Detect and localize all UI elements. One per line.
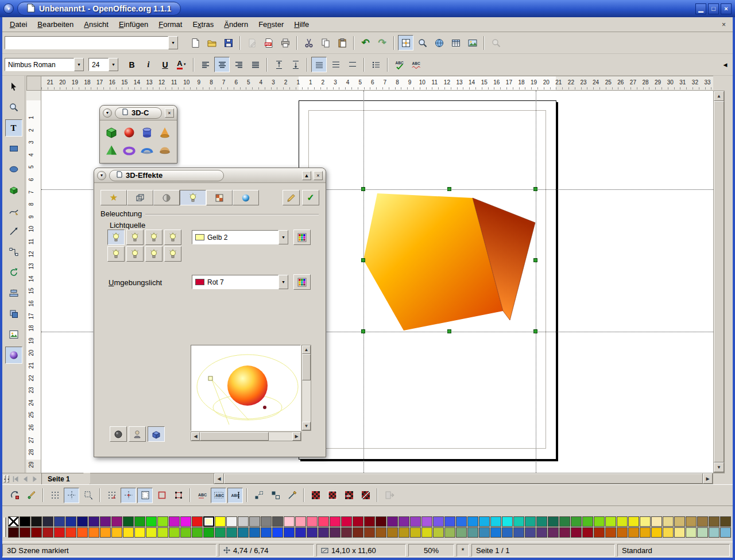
light-source-8-button[interactable] bbox=[164, 246, 181, 262]
search-button[interactable] bbox=[488, 35, 504, 50]
color-swatch[interactable] bbox=[307, 516, 318, 527]
edit-file-button[interactable] bbox=[244, 35, 260, 50]
color-swatch[interactable] bbox=[123, 516, 134, 527]
helplines-while-moving-button[interactable] bbox=[80, 488, 96, 503]
light-source-7-button[interactable] bbox=[145, 246, 163, 262]
scrollbar-thumb[interactable] bbox=[714, 101, 724, 462]
objects-3d-button[interactable] bbox=[5, 181, 22, 199]
snap-to-page-margins-button[interactable] bbox=[137, 488, 153, 503]
color-swatch[interactable] bbox=[686, 516, 697, 527]
color-swatch[interactable] bbox=[353, 527, 363, 538]
lines-arrows-button[interactable] bbox=[5, 223, 22, 240]
color-swatch[interactable] bbox=[364, 516, 375, 527]
light-source-6-button[interactable] bbox=[126, 246, 144, 262]
color-swatch[interactable] bbox=[20, 527, 30, 538]
color-swatch[interactable] bbox=[249, 516, 260, 527]
color-swatch[interactable] bbox=[410, 527, 421, 538]
scroll-down-button[interactable]: ▼ bbox=[714, 462, 724, 472]
close-document-button[interactable]: × bbox=[717, 21, 730, 29]
save-button[interactable] bbox=[220, 35, 236, 50]
color-swatch[interactable] bbox=[456, 527, 467, 538]
ambient-color-input[interactable]: Rot 7 bbox=[192, 275, 278, 289]
favorites-button[interactable]: ★ bbox=[100, 190, 127, 205]
pyramid-3d-button[interactable] bbox=[102, 141, 120, 159]
light-source-4-button[interactable] bbox=[164, 230, 181, 245]
color-swatch[interactable] bbox=[709, 527, 719, 538]
spacing-up-button[interactable] bbox=[271, 57, 287, 72]
selection-handle[interactable] bbox=[533, 187, 537, 191]
color-swatch[interactable] bbox=[571, 527, 582, 538]
text-placeholder-button[interactable]: ab bbox=[341, 488, 357, 503]
color-swatch[interactable] bbox=[502, 516, 513, 527]
color-swatch[interactable] bbox=[31, 527, 42, 538]
dialog-menu-button[interactable]: ▼ bbox=[97, 171, 106, 180]
scroll-up-button[interactable]: ▲ bbox=[302, 345, 311, 354]
assign-button[interactable]: ✓ bbox=[302, 190, 319, 205]
align-left-button[interactable] bbox=[198, 57, 213, 72]
new-document-button[interactable] bbox=[187, 35, 203, 50]
color-swatch[interactable] bbox=[169, 527, 180, 538]
toolbar-back-button[interactable]: ◀ bbox=[720, 57, 730, 72]
color-swatch[interactable] bbox=[444, 527, 455, 538]
color-swatch[interactable] bbox=[169, 516, 180, 527]
color-swatch[interactable] bbox=[399, 516, 409, 527]
edit-gluepoints-button[interactable] bbox=[24, 488, 39, 503]
zoom-tool-button[interactable] bbox=[5, 99, 22, 116]
cut-button[interactable] bbox=[301, 35, 316, 50]
material-button[interactable] bbox=[233, 190, 259, 205]
font-size-dropdown-button[interactable]: ▼ bbox=[109, 58, 118, 71]
layer-button[interactable]: ▪ bbox=[7, 475, 9, 483]
snap-to-grid-button[interactable] bbox=[104, 488, 119, 503]
color-swatch[interactable] bbox=[490, 527, 501, 538]
color-swatch[interactable] bbox=[20, 516, 30, 527]
ambient-color-dropdown-button[interactable]: ▼ bbox=[278, 275, 288, 289]
color-swatch[interactable] bbox=[433, 527, 444, 538]
color-swatch[interactable] bbox=[697, 527, 708, 538]
selection-handle[interactable] bbox=[533, 329, 537, 333]
color-swatch[interactable] bbox=[686, 527, 697, 538]
color-swatch[interactable] bbox=[261, 516, 272, 527]
color-swatch[interactable] bbox=[295, 527, 306, 538]
color-swatch[interactable] bbox=[272, 516, 283, 527]
select-text-area-button[interactable]: ABC bbox=[211, 488, 226, 503]
color-swatch[interactable] bbox=[238, 516, 249, 527]
color-swatch[interactable] bbox=[548, 516, 559, 527]
color-swatch[interactable] bbox=[605, 527, 616, 538]
color-swatch[interactable] bbox=[399, 527, 409, 538]
contour-placeholder-button[interactable] bbox=[324, 488, 340, 503]
scrollbar-thumb[interactable] bbox=[302, 354, 311, 380]
color-swatch[interactable] bbox=[111, 516, 122, 527]
scrollbar-track[interactable] bbox=[302, 380, 311, 422]
vertical-scrollbar[interactable]: ▲ ▼ bbox=[713, 91, 725, 473]
hyperlink-button[interactable] bbox=[431, 35, 447, 50]
alignment-button[interactable] bbox=[5, 285, 22, 302]
rollup-button[interactable]: ▲ bbox=[302, 171, 311, 180]
font-color-button[interactable]: A▼ bbox=[174, 57, 189, 72]
color-swatch[interactable] bbox=[628, 516, 639, 527]
text-button[interactable]: T bbox=[5, 119, 22, 137]
color-swatch[interactable] bbox=[42, 516, 53, 527]
cube-3d-button[interactable] bbox=[102, 123, 120, 141]
color-swatch[interactable] bbox=[525, 516, 536, 527]
undo-button[interactable]: ↶ bbox=[358, 35, 373, 50]
underline-button[interactable]: U bbox=[157, 57, 173, 72]
scroll-left-button[interactable]: ◀ bbox=[191, 432, 200, 441]
controller-3d-button[interactable] bbox=[5, 347, 22, 364]
scroll-up-button[interactable]: ▲ bbox=[714, 91, 724, 101]
color-swatch[interactable] bbox=[525, 527, 536, 538]
menu-einfgen[interactable]: Einfügen bbox=[114, 18, 153, 30]
previous-page-button[interactable] bbox=[20, 473, 30, 485]
color-swatch[interactable] bbox=[65, 516, 76, 527]
spellcheck-button[interactable]: ABC bbox=[392, 57, 407, 72]
show-snap-lines-button[interactable] bbox=[64, 488, 79, 503]
scroll-right-button[interactable]: ▶ bbox=[703, 473, 713, 484]
cube-3d-object[interactable] bbox=[360, 188, 544, 337]
color-swatch[interactable] bbox=[123, 527, 134, 538]
close-button[interactable]: × bbox=[721, 3, 732, 14]
color-swatch[interactable] bbox=[433, 516, 444, 527]
color-swatch[interactable] bbox=[318, 527, 329, 538]
color-swatch[interactable] bbox=[376, 516, 386, 527]
illumination-button[interactable] bbox=[180, 190, 206, 205]
color-swatch[interactable] bbox=[341, 516, 352, 527]
menu-hilfe[interactable]: Hilfe bbox=[289, 18, 314, 30]
